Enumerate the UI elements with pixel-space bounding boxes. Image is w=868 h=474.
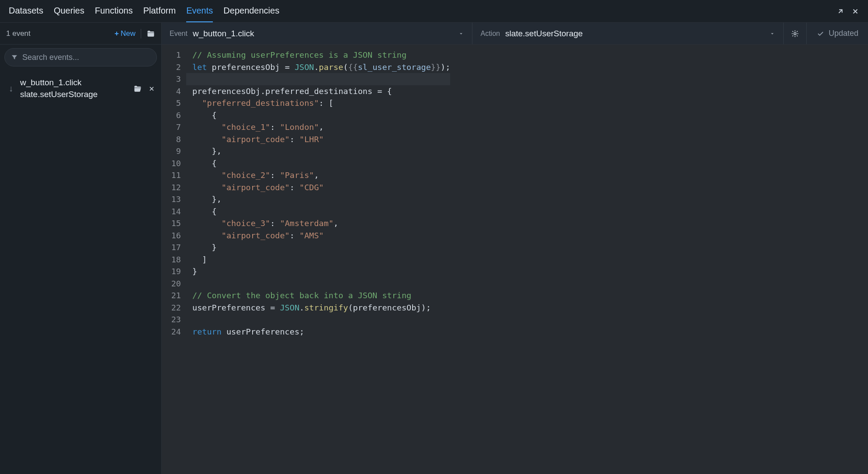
sidebar-header: 1 event + New — [0, 23, 161, 45]
code-line[interactable]: "airport_code": "CDG" — [192, 181, 450, 194]
event-value: w_button_1.click — [193, 29, 254, 38]
new-event-button[interactable]: + New — [115, 29, 135, 38]
code-line[interactable]: } — [192, 241, 450, 254]
event-item[interactable]: ↓w_button_1.clickslate.setUserStorage — [0, 73, 161, 105]
search-wrap — [0, 45, 161, 70]
code-line[interactable]: { — [192, 157, 450, 170]
top-tabbar: DatasetsQueriesFunctionsPlatformEventsDe… — [0, 0, 868, 23]
action-selector[interactable]: Action slate.setUserStorage — [472, 23, 783, 44]
tabbar-right-controls — [837, 7, 859, 15]
code-line[interactable]: "airport_code": "AMS" — [192, 230, 450, 242]
event-count-label: 1 event — [6, 29, 115, 38]
tab-queries[interactable]: Queries — [54, 0, 84, 22]
action-value: slate.setUserStorage — [505, 29, 583, 38]
code-line[interactable]: "airport_code": "LHR" — [192, 133, 450, 146]
chevron-down-icon — [769, 31, 775, 37]
code-editor[interactable]: 123456789101112131415161718192021222324 … — [162, 45, 868, 474]
code-line[interactable]: return userPreferences; — [192, 326, 450, 338]
code-content[interactable]: // Assuming userPreferences is a JSON st… — [186, 45, 450, 474]
code-line[interactable]: "choice_1": "London", — [192, 121, 450, 133]
event-item-subtitle: slate.setUserStorage — [20, 89, 129, 101]
event-item-title: w_button_1.click — [20, 77, 129, 89]
close-icon[interactable] — [851, 7, 859, 15]
close-icon[interactable] — [148, 85, 155, 92]
code-line[interactable]: }, — [192, 193, 450, 206]
event-list: ↓w_button_1.clickslate.setUserStorage — [0, 70, 161, 474]
code-line[interactable]: // Convert the object back into a JSON s… — [192, 289, 450, 302]
divider — [141, 29, 141, 38]
code-line[interactable]: } — [192, 265, 450, 278]
code-line[interactable]: userPreferences = JSON.stringify(prefere… — [192, 302, 450, 314]
events-sidebar: 1 event + New ↓w_button_1.click — [0, 23, 162, 474]
bug-icon — [791, 29, 799, 38]
event-selector[interactable]: Event w_button_1.click — [162, 23, 472, 44]
code-line[interactable]: { — [192, 109, 450, 122]
event-label: Event — [170, 30, 187, 38]
folder-icon[interactable] — [146, 29, 155, 38]
main-panel: Event w_button_1.click Action slate.setU… — [162, 23, 868, 474]
action-label: Action — [480, 30, 500, 38]
tab-functions[interactable]: Functions — [95, 0, 133, 22]
code-line[interactable]: let preferencesObj = JSON.parse({{sl_use… — [192, 61, 450, 73]
check-icon — [816, 30, 824, 38]
event-item-actions — [133, 84, 155, 93]
code-line[interactable]: ] — [192, 254, 450, 266]
svg-point-0 — [794, 32, 796, 35]
code-line[interactable]: "choice_2": "Paris", — [192, 169, 450, 181]
debug-button[interactable] — [784, 23, 807, 44]
folder-open-icon[interactable] — [133, 84, 142, 93]
tab-list: DatasetsQueriesFunctionsPlatformEventsDe… — [9, 0, 279, 22]
tab-datasets[interactable]: Datasets — [9, 0, 43, 22]
editor-header: Event w_button_1.click Action slate.setU… — [162, 23, 868, 45]
search-events-field[interactable] — [22, 53, 150, 62]
code-line[interactable] — [186, 73, 450, 85]
status-indicator: Updated — [807, 23, 868, 44]
code-line[interactable]: preferencesObj.preferred_destinations = … — [192, 85, 450, 98]
code-line[interactable]: "preferred_destinations": [ — [192, 97, 450, 109]
popout-icon[interactable] — [837, 7, 844, 15]
search-events-input[interactable] — [4, 48, 157, 66]
app-root: DatasetsQueriesFunctionsPlatformEventsDe… — [0, 0, 868, 474]
code-line[interactable]: // Assuming userPreferences is a JSON st… — [192, 49, 450, 61]
code-line[interactable] — [192, 278, 450, 290]
chevron-down-icon — [458, 31, 464, 37]
content-area: 1 event + New ↓w_button_1.click — [0, 23, 868, 474]
tab-dependencies[interactable]: Dependencies — [223, 0, 279, 22]
event-item-labels: w_button_1.clickslate.setUserStorage — [20, 77, 129, 100]
plus-icon: + — [115, 29, 119, 38]
status-text: Updated — [829, 29, 858, 38]
new-event-label: New — [121, 29, 135, 38]
code-line[interactable] — [192, 314, 450, 326]
tab-events[interactable]: Events — [186, 0, 213, 22]
code-line[interactable]: "choice_3": "Amsterdam", — [192, 217, 450, 230]
line-gutter: 123456789101112131415161718192021222324 — [162, 45, 186, 474]
code-line[interactable]: }, — [192, 145, 450, 157]
tab-platform[interactable]: Platform — [143, 0, 176, 22]
arrow-down-icon: ↓ — [6, 84, 16, 94]
filter-icon — [11, 54, 18, 61]
code-line[interactable]: { — [192, 206, 450, 218]
